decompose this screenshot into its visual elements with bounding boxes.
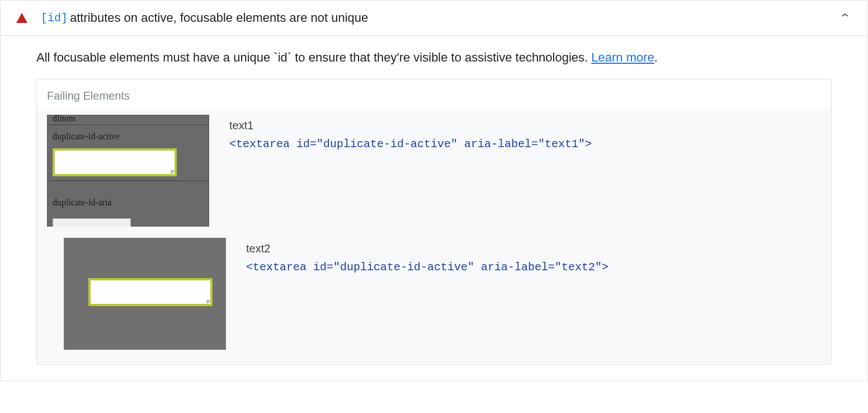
failing-element-label: text1 — [229, 119, 821, 132]
description-period: . — [654, 50, 658, 64]
audit-body: All focusable elements must have a uniqu… — [1, 36, 867, 381]
failing-element-row[interactable]: dlitem duplicate-id-active duplicate-id-… — [37, 109, 831, 232]
audit-description: All focusable elements must have a uniqu… — [36, 48, 832, 67]
thumb-label: duplicate-id-active — [53, 132, 120, 142]
audit-header-toggle[interactable]: [id] attributes on active, focusable ele… — [1, 1, 867, 36]
element-screenshot-thumbnail — [64, 238, 226, 350]
failing-elements-list: dlitem duplicate-id-active duplicate-id-… — [37, 109, 831, 364]
learn-more-link[interactable]: Learn more — [591, 50, 654, 64]
failing-element-label: text2 — [246, 242, 821, 255]
failing-element-details: text1 <textarea id="duplicate-id-active"… — [229, 115, 821, 151]
failing-element-code: <textarea id="duplicate-id-active" aria-… — [246, 261, 821, 274]
audit-title-text: attributes on active, focusable elements… — [70, 11, 368, 25]
description-text: All focusable elements must have a uniqu… — [36, 50, 591, 64]
thumb-label: dlitem — [53, 115, 76, 124]
warning-triangle-icon — [16, 13, 27, 23]
failing-element-code: <textarea id="duplicate-id-active" aria-… — [229, 138, 821, 151]
audit-title-code: [id] — [41, 12, 68, 25]
chevron-up-icon: ⌃ — [838, 11, 852, 25]
audit-title: [id] attributes on active, focusable ele… — [41, 11, 840, 25]
failing-elements-header: Failing Elements — [37, 79, 831, 109]
highlighted-element-icon — [88, 278, 213, 306]
thumb-label: duplicate-id-aria — [53, 198, 112, 208]
element-screenshot-thumbnail: dlitem duplicate-id-active duplicate-id-… — [47, 115, 209, 227]
failing-elements-panel: Failing Elements dlitem duplicate-id-act… — [36, 79, 832, 365]
failing-element-row[interactable]: text2 <textarea id="duplicate-id-active"… — [37, 232, 831, 355]
highlighted-element-icon — [53, 148, 177, 176]
failing-element-details: text2 <textarea id="duplicate-id-active"… — [246, 238, 821, 274]
audit-item: [id] attributes on active, focusable ele… — [0, 0, 868, 381]
